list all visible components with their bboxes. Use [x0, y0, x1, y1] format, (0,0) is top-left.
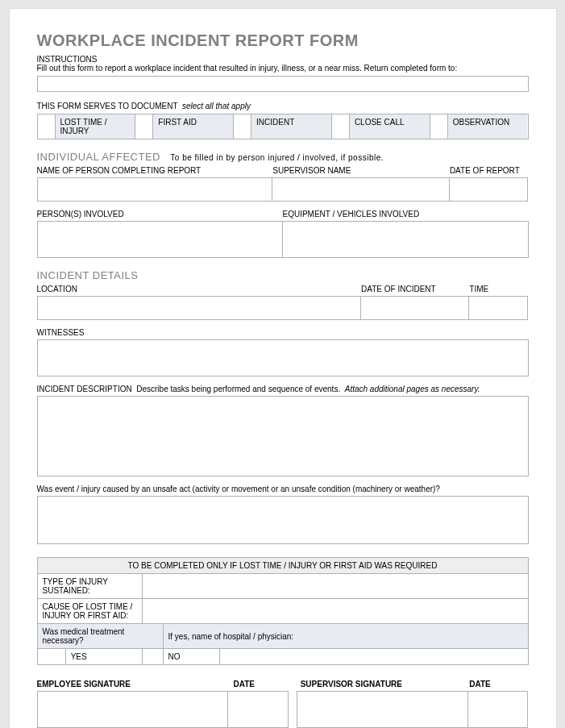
description-input[interactable] [37, 396, 529, 476]
emp-date-label: DATE [234, 678, 293, 691]
no-label: NO [163, 649, 219, 665]
individual-heading: INDIVIDUAL AFFECTED [37, 151, 160, 163]
checkbox-yes[interactable] [37, 649, 65, 665]
section-details: INCIDENT DETAILS [37, 269, 529, 281]
purpose-checkboxes: LOST TIME / INJURY FIRST AID INCIDENT CL… [37, 114, 529, 139]
persons-input[interactable] [37, 221, 283, 258]
instructions-text: Fill out this form to report a workplace… [37, 64, 529, 73]
description-hint: Describe tasks being performed and seque… [136, 385, 340, 393]
time-input[interactable] [469, 296, 528, 320]
injury-table: TO BE COMPLETED ONLY IF LOST TIME / INJU… [37, 557, 529, 665]
checkbox-lost-time[interactable] [38, 114, 56, 139]
injury-banner: TO BE COMPLETED ONLY IF LOST TIME / INJU… [37, 558, 528, 574]
opt-lost-time: LOST TIME / INJURY [56, 114, 136, 139]
sup-sig-input[interactable] [297, 691, 468, 728]
checkbox-close-call[interactable] [332, 114, 350, 139]
name-input[interactable] [37, 177, 273, 202]
details-row1-labels: LOCATION DATE OF INCIDENT TIME [37, 283, 529, 296]
cause-input[interactable] [37, 496, 529, 544]
purpose-hint: select all that apply [182, 102, 251, 110]
name-label: NAME OF PERSON COMPLETING REPORT [37, 164, 273, 177]
signature-labels: EMPLOYEE SIGNATURE DATE SUPERVISOR SIGNA… [37, 678, 529, 691]
instructions-heading: INSTRUCTIONS [37, 55, 529, 64]
return-to-input[interactable] [37, 76, 529, 92]
supervisor-label: SUPERVISOR NAME [272, 164, 450, 177]
checkbox-first-aid[interactable] [135, 114, 153, 139]
individual-row2-inputs [37, 221, 529, 258]
sup-date-label: DATE [469, 678, 528, 691]
description-attach: Attach additional pages as necessary. [345, 385, 480, 393]
section-individual: INDIVIDUAL AFFECTED To be filled in by p… [37, 151, 529, 163]
incident-report-form: WORKPLACE INCIDENT REPORT FORM INSTRUCTI… [9, 8, 557, 728]
date-report-input[interactable] [450, 177, 529, 202]
emp-sig-input[interactable] [37, 691, 228, 728]
individual-row1-inputs [37, 177, 529, 202]
medical-question: Was medical treatment necessary? [37, 624, 163, 649]
yes-label: YES [65, 649, 142, 665]
purpose-label: THIS FORM SERVES TO DOCUMENT [37, 102, 178, 110]
hospital-input[interactable] [219, 649, 528, 665]
incident-date-label: DATE OF INCIDENT [361, 283, 469, 296]
injury-cause-label: CAUSE OF LOST TIME / INJURY OR FIRST AID… [37, 599, 142, 624]
purpose-row: THIS FORM SERVES TO DOCUMENT select all … [37, 102, 529, 110]
date-report-label: DATE OF REPORT [450, 164, 529, 177]
equipment-input[interactable] [283, 221, 529, 258]
supervisor-input[interactable] [272, 177, 450, 202]
sup-date-input[interactable] [468, 691, 529, 728]
injury-cause-input[interactable] [142, 599, 528, 624]
persons-label: PERSON(S) INVOLVED [37, 208, 283, 221]
checkbox-observation[interactable] [430, 114, 448, 139]
injury-type-input[interactable] [142, 574, 528, 599]
equipment-label: EQUIPMENT / VEHICLES INVOLVED [283, 208, 529, 221]
witnesses-label: WITNESSES [37, 327, 529, 339]
description-row: INCIDENT DESCRIPTION Describe tasks bein… [37, 383, 529, 396]
injury-type-label: TYPE OF INJURY SUSTAINED: [37, 574, 142, 599]
incident-date-input[interactable] [361, 296, 469, 320]
cause-question: Was event / injury caused by an unsafe a… [37, 483, 529, 496]
checkbox-incident[interactable] [234, 114, 251, 139]
witnesses-input[interactable] [37, 339, 529, 376]
individual-row1-labels: NAME OF PERSON COMPLETING REPORT SUPERVI… [37, 164, 529, 177]
medical-hint: If yes, name of hospital / physician: [163, 624, 528, 649]
description-label: INCIDENT DESCRIPTION [37, 385, 132, 393]
time-label: TIME [469, 283, 528, 296]
opt-first-aid: FIRST AID [153, 114, 234, 139]
opt-observation: OBSERVATION [448, 114, 528, 139]
form-title: WORKPLACE INCIDENT REPORT FORM [37, 31, 529, 50]
checkbox-no[interactable] [142, 649, 163, 665]
sup-sig-label: SUPERVISOR SIGNATURE [293, 678, 470, 691]
individual-row2-labels: PERSON(S) INVOLVED EQUIPMENT / VEHICLES … [37, 208, 529, 221]
opt-incident: INCIDENT [251, 114, 332, 139]
details-row1-inputs [37, 296, 529, 320]
emp-date-input[interactable] [228, 691, 289, 728]
signature-inputs [37, 691, 529, 728]
emp-sig-label: EMPLOYEE SIGNATURE [37, 678, 234, 691]
opt-close-call: CLOSE CALL [350, 114, 430, 139]
individual-sub: To be filled in by person injured / invo… [170, 153, 384, 162]
location-input[interactable] [37, 296, 362, 320]
location-label: LOCATION [37, 283, 362, 296]
